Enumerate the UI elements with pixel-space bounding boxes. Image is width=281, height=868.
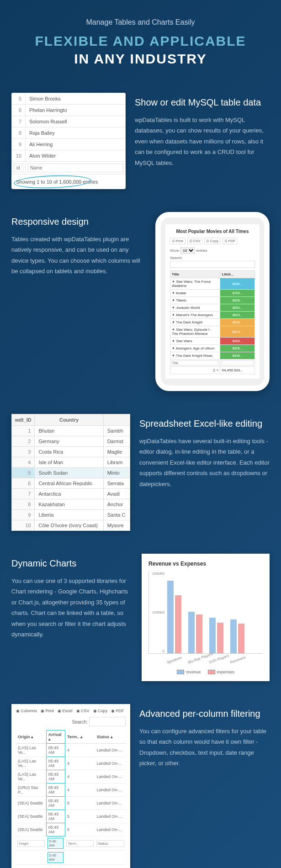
phone-mockup: Most Popular Movies of All Times ⎙ Print…	[155, 212, 270, 391]
table-row[interactable]: 1BhutanSambh	[12, 426, 130, 436]
bar-group: DVD Players	[209, 618, 223, 653]
table-row[interactable]: 4Isle of ManLibram	[12, 457, 130, 468]
table-row[interactable]: 10Côte D'Ivoire (Ivory Coast)Mysore	[12, 520, 130, 531]
table-row[interactable]: 7AntarcticaAvadi	[12, 489, 130, 499]
column-header[interactable]: Origin ▴	[16, 730, 46, 744]
table-row[interactable]: 5South SudanMinto	[12, 468, 130, 478]
phone-search: Search:	[170, 256, 255, 268]
spreadsheet-heading: Spreadsheet Excel-like editing	[139, 418, 270, 429]
phone-table-title: Most Popular Movies of All Times	[170, 229, 255, 234]
show-entries: Show 10 entries	[170, 247, 255, 254]
table-row[interactable]: 2GermanyDarmst	[12, 436, 130, 447]
filter-time-from[interactable]: 5:40 AM	[48, 838, 64, 849]
mysql-desc: wpDataTables is built to work with MySQL…	[135, 115, 270, 168]
charts-heading: Dynamic Charts	[11, 558, 133, 569]
export-button[interactable]: ⎙ PDF	[223, 238, 238, 244]
table-row[interactable]: 9LiberiaSanta C	[12, 510, 130, 520]
mysql-table-preview: 5Simon Brooks6Phelan Harringto7Solomon R…	[11, 93, 126, 189]
legend-swatch-expenses	[208, 670, 215, 674]
table-row[interactable]: (SEA) Seattle05:45 AM5Landed On-...	[16, 797, 126, 810]
hero-subtitle: Manage Tables and Charts Easily	[9, 18, 272, 26]
table-row[interactable]: 5Simon Brooks	[12, 93, 126, 105]
filter-row	[12, 162, 126, 175]
section-responsive: Responsive design Tables created with wp…	[0, 201, 281, 402]
toolbar-button[interactable]: ◉ PDF	[111, 709, 124, 713]
table-row[interactable]: 6Central African RepublicSerrata	[12, 478, 130, 489]
table-row[interactable]: (SEA) Seattle05:45 AM5Landed On-...	[16, 823, 126, 836]
column-filter[interactable]	[17, 840, 45, 847]
table-row[interactable]: ✦ Jurassic World$652...	[170, 304, 255, 312]
entries-info: Showing 1 to 10 of 1,600,000 entries	[11, 175, 126, 189]
table-row[interactable]: ✦ Avengers: Age of Ultron$459...	[170, 345, 255, 352]
hero: Manage Tables and Charts Easily FLEXIBLE…	[0, 0, 281, 81]
table-row[interactable]: 6Phelan Harringto	[12, 105, 126, 116]
table-row[interactable]: ✦ The Dark Knight Rises$448...	[170, 352, 255, 360]
export-button[interactable]: ⎙ Print	[170, 238, 186, 244]
toolbar-button[interactable]: ◉ Columns	[16, 709, 37, 713]
section-mysql: 5Simon Brooks6Phelan Harringto7Solomon R…	[0, 81, 281, 201]
name-filter[interactable]	[27, 164, 123, 172]
table-row[interactable]: (GRU) Sao P...05:45 AM4Landed On-...	[16, 783, 126, 797]
bar-group: Speakers	[167, 581, 181, 653]
export-button[interactable]: ⎙ CSV	[187, 238, 203, 244]
spreadsheet-desc: wpDataTables have several built-in editi…	[139, 436, 270, 489]
table-row[interactable]: ✦ Star Wars: The Force Awakens$936...	[170, 278, 255, 290]
table-row[interactable]: ✦ The Dark Knight$534...	[170, 319, 255, 326]
toolbar-button[interactable]: ◉ Excel	[58, 709, 73, 713]
toolbar-button[interactable]: ◉ CSV	[76, 709, 90, 713]
chart-legend: revenue expenses	[148, 670, 263, 674]
filter-time-to[interactable]: 5:45 AM	[48, 852, 64, 863]
adv-search-input[interactable]	[89, 717, 126, 726]
filter-preview: ◉ Columns◉ Print◉ Excel◉ CSV◉ Copy◉ PDF …	[11, 704, 130, 868]
toolbar-button[interactable]: ◉ Print	[41, 709, 54, 713]
table-row[interactable]: ✦ Star Wars: Episode I - The Phantom Men…	[170, 326, 255, 338]
id-filter[interactable]	[14, 164, 23, 172]
circle-annotation	[14, 174, 92, 189]
table-row[interactable]: 8Raja Bailey	[12, 127, 126, 139]
mysql-heading: Show or edit MySQL table data	[135, 97, 270, 108]
responsive-desc: Tables created with wpDataTables plugin …	[11, 234, 146, 277]
chart-area: 2000001000000 SpeakersBlu-Ray PlayersDVD…	[148, 572, 263, 654]
table-row[interactable]: (LAS) Las Ve...05:45 AM4Landed On-...	[16, 757, 126, 770]
bar-group: Receivers	[230, 619, 244, 653]
column-header[interactable]: Arrival ▴	[46, 730, 65, 744]
entries-select[interactable]: 10	[180, 247, 195, 254]
charts-desc: You can use one of 3 supported libraries…	[11, 576, 133, 640]
table-row[interactable]: 3Costa RicaMaglie	[12, 447, 130, 457]
chart-title: Revenue vs Expenses	[148, 561, 263, 567]
bar-group: Blu-Ray Players	[188, 612, 202, 653]
table-row[interactable]: 9Ali Herring	[12, 139, 126, 150]
toolbar-button[interactable]: ◉ Copy	[93, 709, 108, 713]
table-row[interactable]: ✦ Avatar$760...	[170, 290, 255, 297]
table-row[interactable]: 8KazakhstanAnchor	[12, 499, 130, 510]
table-row[interactable]: 7Solomon Russell	[12, 116, 126, 127]
section-spreadsheet: wdt_IDCountry 1BhutanSambh2GermanyDarmst…	[0, 402, 281, 542]
column-header[interactable]: Status ▴	[95, 730, 126, 744]
table-row[interactable]: ✦ Star Wars$460...	[170, 338, 255, 345]
table-row[interactable]: (LAS) Las Ve...05:45 AM4Landed On-...	[16, 770, 126, 783]
column-filter[interactable]	[96, 840, 124, 847]
adv-table: Origin ▴Arrival ▴Term.. ▴Status ▴ (LAS) …	[16, 730, 126, 865]
filtering-desc: You can configure advanced filters for y…	[139, 726, 270, 769]
phone-table: TitleLifeti... ✦ Star Wars: The Force Aw…	[170, 270, 255, 374]
column-filter[interactable]	[66, 840, 93, 847]
column-header[interactable]: Term.. ▴	[65, 730, 95, 744]
section-charts: Dynamic Charts You can use one of 3 supp…	[0, 542, 281, 693]
table-row[interactable]: (SEA) Seattle05:45 AM5Landed On-...	[16, 810, 126, 823]
table-row[interactable]: ✦ Marvel's The Avengers$623...	[170, 312, 255, 319]
table-row[interactable]: ✦ Titanic$658...	[170, 297, 255, 304]
chart-preview: Revenue vs Expenses 2000001000000 Speake…	[142, 554, 270, 681]
adv-search: Search:	[16, 717, 126, 726]
section-filtering: ◉ Columns◉ Print◉ Excel◉ CSV◉ Copy◉ PDF …	[0, 693, 281, 868]
title-line-1: FLEXIBLE AND APPLICABLE	[35, 33, 246, 48]
table-row[interactable]: (LAS) Las Ve...05:45 AM4Landed On-...	[16, 744, 126, 757]
title-line-2: IN ANY INDUSTRY	[74, 51, 207, 66]
spreadsheet-preview: wdt_IDCountry 1BhutanSambh2GermanyDarmst…	[11, 414, 130, 531]
filtering-heading: Advanced per-column filtering	[139, 709, 270, 719]
mysql-table: 5Simon Brooks6Phelan Harringto7Solomon R…	[11, 93, 126, 175]
phone-search-input[interactable]	[170, 261, 255, 268]
table-row[interactable]: 10Alvin Wilder	[12, 150, 126, 162]
spreadsheet-table[interactable]: wdt_IDCountry 1BhutanSambh2GermanyDarmst…	[11, 414, 130, 531]
responsive-heading: Responsive design	[11, 217, 146, 227]
export-button[interactable]: ⎙ Copy	[204, 238, 221, 244]
